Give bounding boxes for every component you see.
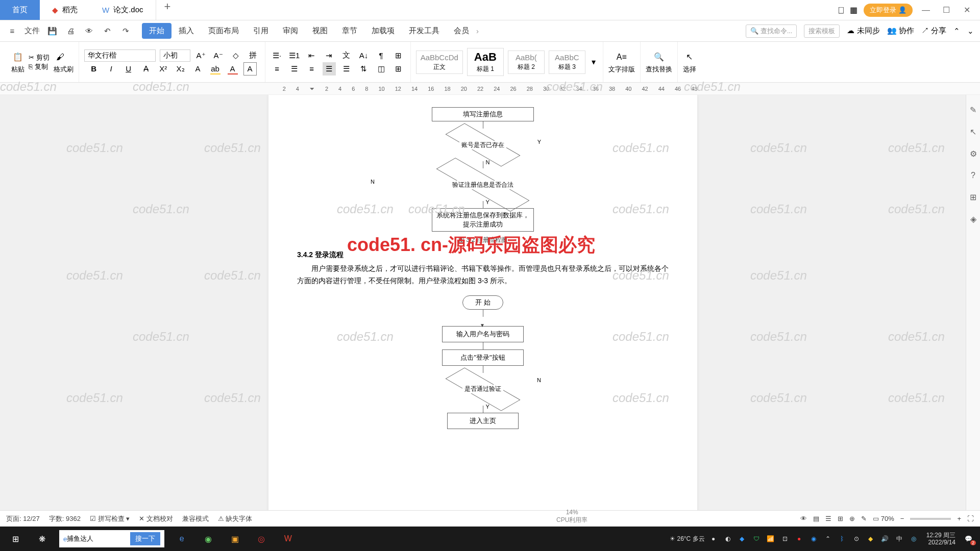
tool1-icon[interactable]: ⊞ <box>970 192 976 202</box>
settings-icon[interactable]: ⚙ <box>970 149 977 159</box>
collapse-ribbon-icon[interactable]: ⌃ <box>953 27 960 36</box>
app-explorer[interactable]: ▣ <box>222 527 248 551</box>
tray-icon-9[interactable]: ◎ <box>908 533 919 544</box>
tab-home[interactable]: 首页 <box>0 0 40 20</box>
reading-mode-icon[interactable]: ⎕ <box>839 6 844 15</box>
print-icon[interactable]: 🖨 <box>64 25 77 37</box>
preview-icon[interactable]: 👁 <box>83 25 95 37</box>
notification-icon[interactable]: 💬2 <box>963 533 974 544</box>
zoom-out-button[interactable]: − <box>900 515 904 522</box>
paste-icon[interactable]: 📋 <box>11 51 24 64</box>
missing-font[interactable]: ⚠ 缺失字体 <box>218 514 253 523</box>
document-area[interactable]: 填写注册信息 账号是否已存在 Y N 验证注册信息是否合法 N Y 系统将注册信… <box>0 95 966 527</box>
page-indicator[interactable]: 页面: 12/27 <box>6 514 40 523</box>
select-icon[interactable]: ↖ <box>683 51 696 64</box>
menu-reference[interactable]: 引用 <box>246 23 276 39</box>
italic-button[interactable]: I <box>105 62 118 76</box>
menu-chapter[interactable]: 章节 <box>335 23 364 39</box>
app-edge[interactable]: e <box>168 527 195 551</box>
search-input[interactable] <box>67 535 128 543</box>
tray-security-icon[interactable]: 🛡 <box>751 533 762 544</box>
app-game[interactable]: ◎ <box>248 527 275 551</box>
close-button[interactable]: ✕ <box>960 3 974 17</box>
styles-more-icon[interactable]: ▾ <box>590 57 598 67</box>
menu-icon[interactable]: ≡ <box>6 25 18 37</box>
apps-icon[interactable]: ▦ <box>850 5 857 15</box>
copy-button[interactable]: ⎘ 复制 <box>29 62 50 71</box>
strike-button[interactable]: A̶ <box>139 62 153 76</box>
zoom-in-button[interactable]: + <box>957 515 961 522</box>
view-web-icon[interactable]: ⊞ <box>838 515 843 522</box>
align-left-icon[interactable]: ≡ <box>271 62 284 76</box>
coop-button[interactable]: 👥 协作 <box>887 26 914 36</box>
tray-icon-1[interactable]: ● <box>708 533 719 544</box>
distribute-icon[interactable]: ☰ <box>340 62 353 76</box>
doc-proof[interactable]: ✕ 文档校对 <box>139 514 173 523</box>
tray-icon-3[interactable]: ◆ <box>737 533 748 544</box>
menu-view[interactable]: 视图 <box>305 23 335 39</box>
weather-widget[interactable]: ☀ 26°C 多云 <box>670 535 705 543</box>
tray-icon-7[interactable]: ⊙ <box>851 533 862 544</box>
font-name-select[interactable]: 华文行楷 <box>84 49 156 62</box>
tray-icon-2[interactable]: ◐ <box>722 533 733 544</box>
help-icon[interactable]: ? <box>971 171 975 180</box>
redo-icon[interactable]: ↷ <box>119 25 132 37</box>
search-command[interactable]: 🔍 查找命令... <box>746 24 797 38</box>
bluetooth-icon[interactable]: ᛒ <box>837 533 848 544</box>
cursor-tool-icon[interactable]: ↖ <box>970 127 976 137</box>
underline-button[interactable]: U <box>122 62 135 76</box>
maximize-button[interactable]: ☐ <box>939 3 953 17</box>
cut-button[interactable]: ✂ 剪切 <box>29 53 50 62</box>
subscript-button[interactable]: X₂ <box>174 62 187 76</box>
text-effects-icon[interactable]: A <box>191 62 205 76</box>
phonetic-icon[interactable]: 拼 <box>247 49 260 62</box>
style-heading1[interactable]: AaB标题 1 <box>467 48 504 76</box>
wifi-icon[interactable]: 📶 <box>765 533 776 544</box>
ribbon-more-icon[interactable]: ⌄ <box>967 27 974 36</box>
tray-icon-4[interactable]: ⊡ <box>779 533 791 544</box>
zoom-label[interactable]: ▭ 70% <box>873 515 894 522</box>
bold-button[interactable]: B <box>87 62 101 76</box>
search-button[interactable]: 搜一下 <box>130 532 160 545</box>
menu-addins[interactable]: 加载项 <box>364 23 402 39</box>
app-browser[interactable]: ◉ <box>195 527 222 551</box>
tab-new[interactable]: + <box>156 0 179 20</box>
tray-icon-6[interactable]: ◉ <box>808 533 819 544</box>
tab-document[interactable]: W 论文.doc <box>90 0 156 20</box>
decrease-indent-icon[interactable]: ⇤ <box>305 49 318 62</box>
login-button[interactable]: 立即登录 👤 <box>864 4 913 17</box>
pen-tool-icon[interactable]: ✎ <box>970 105 976 115</box>
taskbar-search[interactable]: e 搜一下 <box>55 527 168 551</box>
sort-icon[interactable]: A↓ <box>357 49 371 62</box>
shading-icon[interactable]: ◫ <box>375 62 388 76</box>
format-painter-icon[interactable]: 🖌 <box>54 51 67 64</box>
app-wps[interactable]: W <box>275 527 301 551</box>
bullets-icon[interactable]: ☰· <box>271 49 284 62</box>
grow-font-icon[interactable]: A⁺ <box>194 49 208 62</box>
align-right-icon[interactable]: ≡ <box>305 62 318 76</box>
increase-indent-icon[interactable]: ⇥ <box>323 49 336 62</box>
tray-icon-8[interactable]: ◆ <box>865 533 876 544</box>
find-replace-icon[interactable]: 🔍 <box>652 51 666 64</box>
word-count[interactable]: 字数: 9362 <box>49 514 81 523</box>
tool2-icon[interactable]: ◈ <box>970 214 976 224</box>
tabs-icon[interactable]: ⊞ <box>392 49 405 62</box>
clear-format-icon[interactable]: ◇ <box>229 49 242 62</box>
menu-layout[interactable]: 页面布局 <box>201 23 246 39</box>
eye-icon[interactable]: 👁 <box>800 515 807 522</box>
menu-insert[interactable]: 插入 <box>172 23 201 39</box>
view-print-icon[interactable]: ▤ <box>813 515 819 522</box>
numbering-icon[interactable]: ☰1 <box>288 49 301 62</box>
file-label[interactable]: 文件 <box>24 25 40 37</box>
align-justify-icon[interactable]: ☰ <box>323 62 336 76</box>
borders-icon[interactable]: ⊞ <box>392 62 405 76</box>
start-button[interactable]: ⊞ <box>2 527 29 551</box>
style-normal[interactable]: AaBbCcDd正文 <box>416 51 463 74</box>
sync-status[interactable]: ☁ 未同步 <box>847 26 879 36</box>
font-color-button[interactable]: A <box>226 62 239 76</box>
style-heading3[interactable]: AaBbC标题 3 <box>549 51 585 74</box>
text-layout-icon[interactable]: A≡ <box>615 51 628 64</box>
view-outline-icon[interactable]: ☰ <box>825 515 831 522</box>
menu-start[interactable]: 开始 <box>142 23 172 39</box>
tray-chevron-up-icon[interactable]: ⌃ <box>822 533 834 544</box>
